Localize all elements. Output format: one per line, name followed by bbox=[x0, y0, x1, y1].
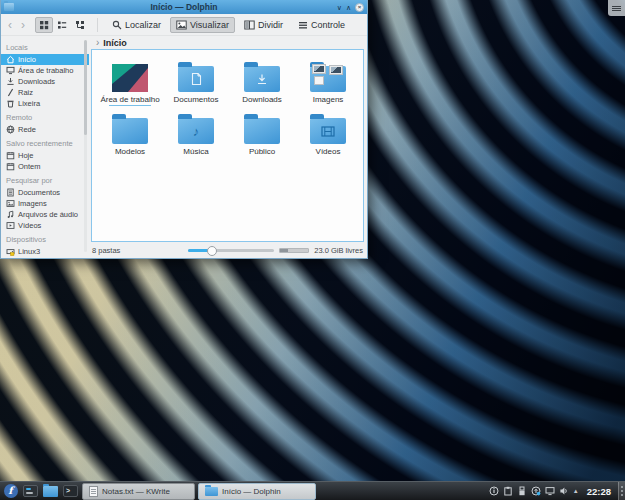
folder-documents-icon bbox=[178, 66, 214, 92]
forward-button[interactable]: › bbox=[18, 19, 28, 31]
sidebar-item-today[interactable]: Hoje bbox=[1, 150, 89, 161]
zoom-slider[interactable] bbox=[188, 245, 274, 255]
folder-music-icon: ♪ bbox=[178, 118, 214, 144]
network-icon bbox=[6, 125, 15, 134]
document-icon bbox=[89, 486, 98, 497]
clipboard-icon[interactable] bbox=[503, 486, 514, 497]
folder-images-icon bbox=[310, 66, 346, 92]
find-label: Localizar bbox=[125, 20, 161, 30]
close-button[interactable]: × bbox=[355, 3, 364, 12]
root-icon bbox=[6, 88, 15, 97]
device-notifier-icon[interactable] bbox=[517, 486, 528, 497]
sidebar-item-home[interactable]: Início bbox=[1, 54, 89, 65]
folder-icon bbox=[112, 118, 148, 144]
folder-item-public[interactable]: Público bbox=[229, 112, 295, 164]
control-button[interactable]: Controle bbox=[292, 17, 351, 33]
folder-view[interactable]: Área de trabalho Documentos bbox=[91, 49, 364, 242]
clock[interactable]: 22:28 bbox=[582, 486, 615, 497]
sidebar-item-downloads[interactable]: Downloads bbox=[1, 76, 89, 87]
hamburger-icon bbox=[612, 5, 621, 12]
folder-videos-icon bbox=[310, 118, 346, 144]
sidebar-item-yesterday[interactable]: Ontem bbox=[1, 161, 89, 172]
statusbar: 8 pastas 23.0 GiB livres bbox=[89, 242, 367, 258]
preview-label: Visualizar bbox=[190, 20, 229, 30]
desktop-icon bbox=[6, 66, 15, 75]
task-dolphin[interactable]: Início — Dolphin bbox=[198, 483, 316, 500]
folder-item-templates[interactable]: Modelos bbox=[97, 112, 163, 164]
desktop-toolbox-button[interactable] bbox=[608, 0, 625, 16]
tree-view-button[interactable] bbox=[71, 17, 89, 33]
updates-icon[interactable] bbox=[531, 486, 542, 497]
sidebar-item-trash[interactable]: Lixeira bbox=[1, 98, 89, 109]
window-title: Início — Dolphin bbox=[1, 2, 367, 12]
system-tray: ▲ bbox=[489, 486, 579, 497]
split-button[interactable]: Dividir bbox=[238, 17, 289, 33]
expand-tray-button[interactable]: ▲ bbox=[573, 488, 579, 494]
folder-item-videos[interactable]: Vídeos bbox=[295, 112, 361, 164]
folder-icon bbox=[205, 487, 218, 496]
details-view-button[interactable] bbox=[53, 17, 71, 33]
minimize-button[interactable]: ∨ bbox=[337, 4, 342, 11]
preview-button[interactable]: Visualizar bbox=[170, 17, 235, 33]
icons-view-button[interactable] bbox=[35, 17, 53, 33]
disk-capacity-bar bbox=[279, 248, 309, 253]
sidebar-scrollbar[interactable] bbox=[84, 40, 87, 252]
icons-view-icon bbox=[39, 20, 49, 30]
toolbar: ‹ › bbox=[1, 14, 367, 36]
sidebar-item-root[interactable]: Raiz bbox=[1, 87, 89, 98]
folder-item-desktop[interactable]: Área de trabalho bbox=[97, 60, 163, 112]
maximize-button[interactable]: ∧ bbox=[346, 4, 351, 11]
sidebar-item-search-audio[interactable]: Arquivos de áudio bbox=[1, 209, 89, 220]
fedora-logo-icon: f bbox=[4, 484, 18, 498]
pager-icon bbox=[23, 485, 38, 497]
hamburger-menu-icon bbox=[298, 20, 308, 30]
volume-icon[interactable] bbox=[559, 486, 570, 497]
sidebar-item-search-images[interactable]: Imagens bbox=[1, 198, 89, 209]
app-menu-button[interactable]: f bbox=[2, 483, 19, 499]
trash-icon bbox=[6, 99, 15, 108]
places-panel: Locais Início Área de trabalho Downloads… bbox=[1, 36, 89, 258]
display-icon[interactable] bbox=[545, 486, 556, 497]
sidebar-item-search-documents[interactable]: Documentos bbox=[1, 187, 89, 198]
desktop-preview-icon bbox=[112, 64, 148, 92]
calendar-icon bbox=[6, 151, 15, 160]
search-icon bbox=[112, 20, 122, 30]
section-title: Dispositivos bbox=[1, 231, 89, 246]
sidebar-item-search-videos[interactable]: Vídeos bbox=[1, 220, 89, 231]
sidebar-item-device-linux3[interactable]: Linux3 bbox=[1, 246, 89, 257]
sidebar-item-desktop[interactable]: Área de trabalho bbox=[1, 65, 89, 76]
section-title: Locais bbox=[1, 39, 89, 54]
back-button[interactable]: ‹ bbox=[5, 19, 15, 31]
file-manager-launcher[interactable] bbox=[42, 483, 59, 499]
folder-count: 8 pastas bbox=[92, 246, 120, 255]
breadcrumb[interactable]: › Início bbox=[89, 36, 367, 49]
desktop: Início — Dolphin ∨ ∧ × ‹ › bbox=[0, 0, 625, 500]
breadcrumb-location[interactable]: Início bbox=[103, 38, 127, 48]
calendar-icon bbox=[6, 162, 15, 171]
drive-icon bbox=[6, 247, 15, 256]
notifications-icon[interactable] bbox=[489, 486, 500, 497]
terminal-launcher[interactable]: > bbox=[62, 483, 79, 499]
download-icon bbox=[6, 77, 15, 86]
image-icon bbox=[6, 199, 15, 208]
video-icon bbox=[6, 221, 15, 230]
folder-icon bbox=[43, 486, 58, 497]
task-kwrite[interactable]: Notas.txt — KWrite bbox=[82, 483, 195, 500]
pager-widget[interactable] bbox=[22, 483, 39, 499]
folder-item-downloads[interactable]: Downloads bbox=[229, 60, 295, 112]
zoom-slider-handle[interactable] bbox=[207, 246, 217, 256]
find-button[interactable]: Localizar bbox=[106, 17, 167, 33]
taskbar: f > Notas.txt — KWrite Início — Dolphin bbox=[0, 481, 625, 500]
section-title: Remoto bbox=[1, 109, 89, 124]
audio-icon bbox=[6, 210, 15, 219]
sidebar-item-device-armazem1[interactable]: Armazem1 bbox=[1, 257, 89, 258]
split-label: Dividir bbox=[258, 20, 283, 30]
folder-item-music[interactable]: ♪ Música bbox=[163, 112, 229, 164]
sidebar-item-network[interactable]: Rede bbox=[1, 124, 89, 135]
show-desktop-button[interactable] bbox=[618, 482, 625, 500]
folder-item-documents[interactable]: Documentos bbox=[163, 60, 229, 112]
free-space: 23.0 GiB livres bbox=[314, 246, 363, 255]
preview-icon bbox=[176, 20, 187, 30]
folder-item-images[interactable]: Imagens bbox=[295, 60, 361, 112]
titlebar[interactable]: Início — Dolphin ∨ ∧ × bbox=[1, 0, 367, 14]
